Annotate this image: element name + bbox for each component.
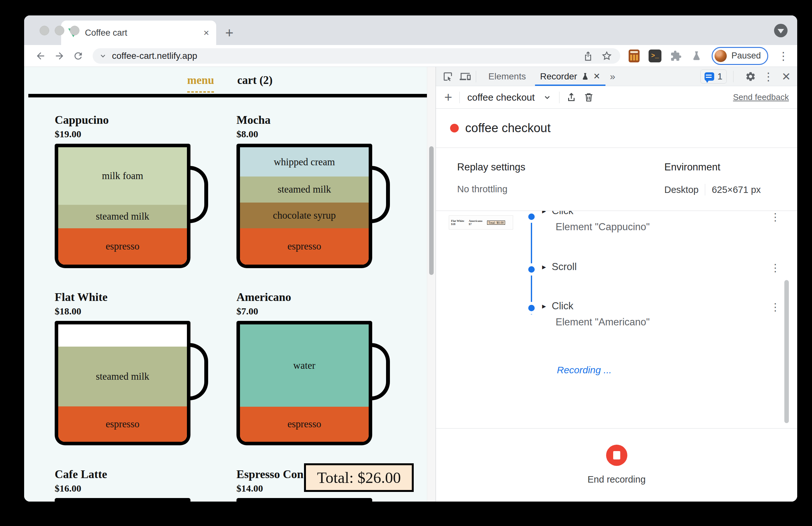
cup-layer: water [240,325,369,407]
inspect-element-icon[interactable] [443,71,453,82]
more-tabs-icon[interactable]: » [610,71,615,82]
cup-layer: whipped cream [240,147,369,177]
share-icon[interactable] [581,49,595,63]
menu-item[interactable]: Americano$7.00waterespresso [236,291,392,445]
nav-menu-link[interactable]: menu [187,74,214,93]
bookmark-star-icon[interactable] [600,49,614,63]
recorder-toolbar: + coffee checkout Send feedback [436,86,797,109]
cup-layer: steamed milk [58,347,187,406]
recorder-tab-close-icon[interactable]: ✕ [593,71,600,81]
chevron-down-icon [99,52,107,60]
item-name: Cappucino [55,114,211,126]
coffee-cup[interactable] [236,498,372,501]
item-name: Flat White [55,291,211,303]
coffee-cup[interactable]: whipped creamsteamed milkchocolate syrup… [236,144,372,268]
step-menu-icon[interactable]: ⋮ [770,301,781,313]
device-toolbar-icon[interactable] [460,71,471,82]
coffee-cart-page: menu cart (2) Cappucino$19.00milk foamst… [24,67,436,501]
stop-icon [613,451,620,460]
cup-layer: chocolate syrup [240,202,369,228]
recording-select[interactable]: coffee checkout [465,92,554,103]
item-name: Americano [236,291,392,303]
profile-status: Paused [731,51,761,61]
delete-recording-icon[interactable] [583,92,594,103]
export-recording-icon[interactable] [566,92,577,103]
extension-flask-icon[interactable] [690,49,704,63]
cup-handle-icon [370,343,390,400]
cup-layer: espresso [240,407,369,442]
tab-search-button[interactable] [774,24,787,37]
step-menu-icon[interactable]: ⋮ [770,262,781,274]
expand-triangle-icon[interactable]: ▸ [542,302,546,311]
tab-recorder[interactable]: Recorder ✕ [533,67,607,86]
tab-close-icon[interactable]: × [203,27,209,38]
recorder-step[interactable]: ▸ClickElement "Americano" [542,300,758,328]
url-text[interactable]: coffee-cart.netlify.app [112,51,577,61]
maximize-window-button[interactable] [70,26,79,35]
app-scrollbar-thumb[interactable] [429,146,434,275]
cup-layer: steamed milk [58,205,187,228]
extension-terminal-icon[interactable]: >_ [648,49,662,63]
browser-window: Coffee cart × + coffee-cart.netlify.app … [24,15,797,501]
menu-item[interactable]: Cappucino$19.00milk foamsteamed milkespr… [55,114,211,268]
settings-gear-icon[interactable] [745,71,756,82]
recorder-step[interactable]: ▸ClickElement "Cappucino" [542,211,758,233]
forward-button[interactable] [51,50,67,61]
app-scrollbar[interactable] [427,67,436,501]
issues-bubble-icon [705,72,714,81]
new-tab-button[interactable]: + [225,23,234,42]
item-name: Mocha [236,114,392,126]
extensions-puzzle-icon[interactable] [669,49,683,63]
steps-list: Flat White$18 Americano$7 Total: $0.00 ▸… [436,211,797,428]
menu-item[interactable]: Cafe Latte$16.00 [55,468,211,501]
step-menu-icon[interactable]: ⋮ [770,211,781,223]
coffee-cup[interactable]: milk foamsteamed milkespresso [55,144,190,268]
page-thumbnail: Flat White$18 Americano$7 Total: $0.00 [449,215,513,229]
coffee-cup[interactable] [55,498,190,501]
expand-triangle-icon[interactable]: ▸ [542,211,546,215]
devtools-close-icon[interactable]: ✕ [782,70,791,83]
tab-title: Coffee cart [85,28,203,38]
coffee-cup[interactable]: waterespresso [236,321,372,445]
close-window-button[interactable] [40,26,49,35]
add-recording-button[interactable]: + [444,91,452,104]
menu-item[interactable]: Flat White$18.00steamed milkespresso [55,291,211,445]
browser-tab[interactable]: Coffee cart × [61,20,216,45]
nav-cart-link[interactable]: cart (2) [237,74,273,87]
profile-paused-pill[interactable]: Paused [712,47,768,65]
replay-settings-heading[interactable]: Replay settings [457,161,525,173]
browser-menu-icon[interactable]: ⋮ [778,49,789,62]
timeline-dot [528,305,535,311]
end-recording-button[interactable] [606,445,627,466]
send-feedback-link[interactable]: Send feedback [733,92,789,102]
cart-total-button[interactable]: Total: $26.00 [304,463,414,492]
throttling-value: No throttling [457,184,525,195]
tab-elements[interactable]: Elements [481,67,533,86]
recording-header: coffee checkout [436,109,797,148]
steps-scrollbar-thumb[interactable] [784,280,789,423]
timeline-dot [528,213,535,220]
cup-layer: espresso [240,228,369,265]
address-bar[interactable]: coffee-cart.netlify.app [93,48,620,64]
extension-abacus-icon[interactable] [627,49,641,63]
end-recording-label: End recording [588,474,646,485]
menu-item[interactable]: Mocha$8.00whipped creamsteamed milkchoco… [236,114,392,268]
timeline-dot [528,266,535,273]
issues-counter[interactable]: 1 [700,70,727,84]
recording-dot-icon [450,124,459,133]
step-type: Click [552,211,573,217]
expand-triangle-icon[interactable]: ▸ [542,262,546,271]
reload-button[interactable] [70,50,86,61]
item-name: Cafe Latte [55,468,211,481]
back-button[interactable] [32,50,48,61]
devtools-menu-icon[interactable]: ⋮ [763,70,774,83]
item-price: $18.00 [55,305,211,317]
coffee-cup[interactable]: steamed milkespresso [55,321,190,445]
environment-heading[interactable]: Environment [664,161,761,173]
recorder-footer: End recording [436,428,797,501]
recorder-step[interactable]: ▸Scroll [542,261,758,273]
cup-handle-icon [188,166,208,223]
thumbnail-total-chip: Total: $0.00 [487,221,505,225]
minimize-window-button[interactable] [55,26,64,35]
chevron-down-icon [778,29,784,33]
